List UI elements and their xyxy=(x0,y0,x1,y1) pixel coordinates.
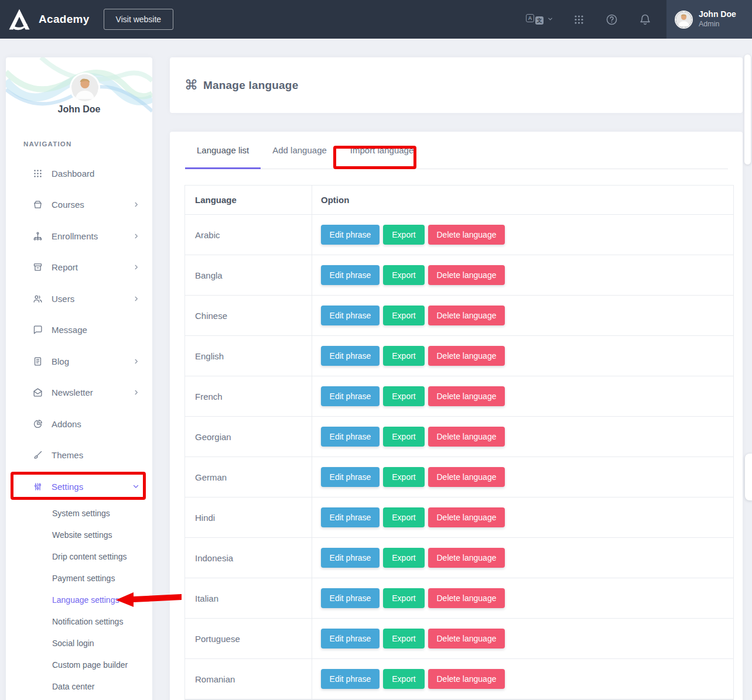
submenu-item-language-settings[interactable]: Language settings xyxy=(6,589,152,610)
submenu-item-custom-page-builder[interactable]: Custom page builder xyxy=(6,654,152,675)
sidebar-item-message[interactable]: Message xyxy=(6,318,152,342)
chevron-down-icon xyxy=(132,483,139,490)
sidebar-item-themes[interactable]: Themes xyxy=(6,444,152,467)
tab-language-list[interactable]: Language list xyxy=(185,132,261,169)
table-row: IndonesiaEdit phraseExportDelete languag… xyxy=(185,538,733,578)
edit-phrase-button[interactable]: Edit phrase xyxy=(321,225,380,245)
export-button[interactable]: Export xyxy=(383,427,425,447)
apps-grid-icon[interactable] xyxy=(573,14,584,25)
table-header-row: Language Option xyxy=(185,186,733,215)
sidebar-item-settings[interactable]: Settings xyxy=(6,475,152,498)
option-cell: Edit phraseExportDelete language xyxy=(312,255,733,295)
user-name: John Doe xyxy=(699,9,736,20)
submenu-item-notification-settings[interactable]: Notification settings xyxy=(6,610,152,632)
submenu-item-data-center[interactable]: Data center xyxy=(6,675,152,697)
delete-language-button[interactable]: Delete language xyxy=(428,588,505,608)
delete-language-button[interactable]: Delete language xyxy=(428,669,505,689)
delete-language-button[interactable]: Delete language xyxy=(428,346,505,366)
courses-icon xyxy=(33,200,43,210)
sidebar-item-label: Blog xyxy=(52,356,133,366)
delete-language-button[interactable]: Delete language xyxy=(428,548,505,568)
submenu-item-website-settings[interactable]: Website settings xyxy=(6,524,152,545)
option-cell: Edit phraseExportDelete language xyxy=(312,497,733,537)
table-row: PortugueseEdit phraseExportDelete langua… xyxy=(185,619,733,659)
edit-phrase-button[interactable]: Edit phrase xyxy=(321,346,380,366)
blog-icon xyxy=(33,356,43,366)
edit-phrase-button[interactable]: Edit phrase xyxy=(321,588,380,608)
delete-language-button[interactable]: Delete language xyxy=(428,427,505,447)
submenu-item-payment-settings[interactable]: Payment settings xyxy=(6,567,152,589)
sidebar-item-dashboard[interactable]: Dashboard xyxy=(6,162,152,185)
language-manager-card: Language listAdd languageImport language… xyxy=(170,132,743,700)
language-name-cell: Indonesia xyxy=(185,538,312,578)
delete-language-button[interactable]: Delete language xyxy=(428,265,505,285)
scrollbar-thumb[interactable] xyxy=(744,54,751,164)
page-header-card: ⌘ Manage language xyxy=(170,57,743,113)
language-name-cell: Arabic xyxy=(185,215,312,255)
export-button[interactable]: Export xyxy=(383,225,425,245)
chevron-right-icon xyxy=(133,264,139,270)
floating-edge-widget[interactable] xyxy=(745,454,752,500)
submenu-item-social-login[interactable]: Social login xyxy=(6,632,152,654)
delete-language-button[interactable]: Delete language xyxy=(428,629,505,648)
option-cell: Edit phraseExportDelete language xyxy=(312,296,733,335)
sidebar-item-users[interactable]: Users xyxy=(6,287,152,310)
export-button[interactable]: Export xyxy=(383,265,425,285)
table-row: EnglishEdit phraseExportDelete language xyxy=(185,336,733,376)
bell-icon[interactable] xyxy=(639,13,651,26)
language-b-badge: 文 xyxy=(535,16,544,25)
edit-phrase-button[interactable]: Edit phrase xyxy=(321,265,380,285)
export-button[interactable]: Export xyxy=(383,346,425,366)
delete-language-button[interactable]: Delete language xyxy=(428,467,505,487)
table-row: HindiEdit phraseExportDelete language xyxy=(185,497,733,538)
visit-website-button[interactable]: Visit website xyxy=(104,9,174,30)
export-button[interactable]: Export xyxy=(383,386,425,406)
sidebar-nav: DashboardCoursesEnrollmentsReportUsersMe… xyxy=(6,162,152,506)
export-button[interactable]: Export xyxy=(383,629,425,648)
option-cell: Edit phraseExportDelete language xyxy=(312,619,733,658)
export-button[interactable]: Export xyxy=(383,588,425,608)
sidebar-item-newsletter[interactable]: Newsletter xyxy=(6,381,152,404)
export-button[interactable]: Export xyxy=(383,507,425,527)
sidebar-item-label: Report xyxy=(52,262,133,272)
user-menu[interactable]: John Doe Admin xyxy=(666,0,752,39)
sidebar-item-report[interactable]: Report xyxy=(6,256,152,279)
edit-phrase-button[interactable]: Edit phrase xyxy=(321,548,380,568)
export-button[interactable]: Export xyxy=(383,548,425,568)
enrollments-icon xyxy=(33,231,43,241)
tab-bar: Language listAdd languageImport language xyxy=(185,132,728,169)
export-button[interactable]: Export xyxy=(383,467,425,487)
tab-import-language[interactable]: Import language xyxy=(339,132,425,169)
edit-phrase-button[interactable]: Edit phrase xyxy=(321,507,380,527)
chevron-right-icon xyxy=(133,201,139,208)
brand-logo-icon[interactable] xyxy=(0,0,39,39)
table-row: GeorgianEdit phraseExportDelete language xyxy=(185,417,733,457)
delete-language-button[interactable]: Delete language xyxy=(428,225,505,245)
edit-phrase-button[interactable]: Edit phrase xyxy=(321,306,380,325)
sidebar-item-blog[interactable]: Blog xyxy=(6,349,152,373)
delete-language-button[interactable]: Delete language xyxy=(428,306,505,325)
edit-phrase-button[interactable]: Edit phrase xyxy=(321,467,380,487)
delete-language-button[interactable]: Delete language xyxy=(428,507,505,527)
delete-language-button[interactable]: Delete language xyxy=(428,386,505,406)
help-icon[interactable] xyxy=(606,13,618,26)
column-header-language: Language xyxy=(185,186,312,214)
users-icon xyxy=(33,294,43,304)
sidebar-item-label: Newsletter xyxy=(52,387,133,397)
edit-phrase-button[interactable]: Edit phrase xyxy=(321,669,380,689)
tab-add-language[interactable]: Add language xyxy=(261,132,339,169)
export-button[interactable]: Export xyxy=(383,669,425,689)
export-button[interactable]: Export xyxy=(383,306,425,325)
sidebar-item-addons[interactable]: Addons xyxy=(6,412,152,435)
sidebar-item-label: Settings xyxy=(52,482,132,492)
submenu-item-drip-content-settings[interactable]: Drip content settings xyxy=(6,545,152,567)
sidebar-item-label: Enrollments xyxy=(52,231,133,241)
edit-phrase-button[interactable]: Edit phrase xyxy=(321,386,380,406)
submenu-item-system-settings[interactable]: System settings xyxy=(6,502,152,524)
chevron-right-icon xyxy=(133,296,139,302)
sidebar-item-courses[interactable]: Courses xyxy=(6,193,152,217)
language-switch-icon[interactable]: A 文 xyxy=(526,14,553,25)
edit-phrase-button[interactable]: Edit phrase xyxy=(321,427,380,447)
sidebar-item-enrollments[interactable]: Enrollments xyxy=(6,224,152,248)
edit-phrase-button[interactable]: Edit phrase xyxy=(321,629,380,648)
